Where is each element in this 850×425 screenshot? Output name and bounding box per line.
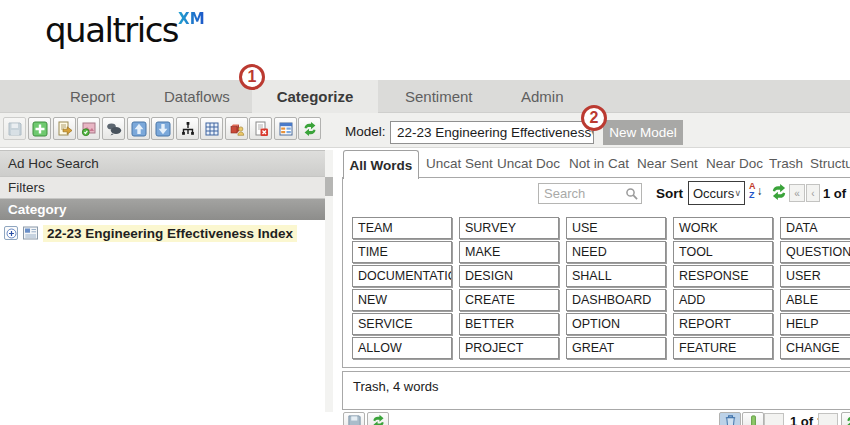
tab-not-in-cat[interactable]: Not in Cat xyxy=(569,156,629,171)
model-select-value: 22-23 Engineering Effectiveness xyxy=(397,125,591,140)
move-up-icon[interactable] xyxy=(127,117,150,140)
pagination-status: 1 of 56 xyxy=(823,186,850,201)
nav-tab-dataflows[interactable]: Dataflows xyxy=(164,80,230,113)
toolbar-strip: Model: 22-23 Engineering Effectiveness ▾… xyxy=(0,113,850,148)
tab-trash[interactable]: Trash xyxy=(769,156,803,171)
word-button[interactable]: ABLE xyxy=(780,289,850,311)
word-button[interactable]: OPTION xyxy=(566,313,666,335)
word-button[interactable]: RESPONSE xyxy=(673,265,773,287)
word-button[interactable]: TEAM xyxy=(352,217,452,239)
export-document-icon[interactable] xyxy=(53,117,76,140)
app-window: qualtricsXM Report Dataflows Categorize … xyxy=(0,0,850,425)
word-button[interactable]: ADD xyxy=(673,289,773,311)
word-button[interactable]: HELP xyxy=(780,313,850,335)
word-button[interactable]: TIME xyxy=(352,241,452,263)
grid-icon[interactable] xyxy=(200,117,223,140)
package-user-icon[interactable] xyxy=(225,117,248,140)
expand-plus-icon[interactable] xyxy=(4,226,18,240)
hierarchy-icon[interactable] xyxy=(176,117,199,140)
word-button[interactable]: BETTER xyxy=(459,313,559,335)
word-button[interactable]: WORK xyxy=(673,217,773,239)
trash-status-panel: Trash, 4 words xyxy=(342,371,850,410)
category-tree-item[interactable]: 22-23 Engineering Effectiveness Index xyxy=(4,223,297,243)
new-model-button[interactable]: New Model xyxy=(603,120,683,145)
word-button[interactable]: FEATURE xyxy=(673,337,773,359)
word-button[interactable]: REPORT xyxy=(673,313,773,335)
search-icon[interactable] xyxy=(625,187,639,201)
word-button[interactable]: DESIGN xyxy=(459,265,559,287)
sort-select-value: Occurs xyxy=(693,186,734,201)
annotation-step-2: 2 xyxy=(581,105,607,131)
sidebar-scrollbar[interactable] xyxy=(325,150,333,412)
sort-label: Sort xyxy=(656,186,683,201)
sidebar-section-category[interactable]: Category xyxy=(0,199,325,220)
search-box xyxy=(538,183,642,204)
word-button[interactable]: DOCUMENTATION xyxy=(352,265,452,287)
pagination-first-button[interactable]: « xyxy=(789,184,805,202)
pagination-prev-button[interactable] xyxy=(764,413,784,425)
word-button[interactable]: SERVICE xyxy=(352,313,452,335)
annotation-step-1: 1 xyxy=(239,64,265,90)
tab-all-words[interactable]: All Words xyxy=(343,150,419,179)
word-grid: TEAM SURVEY USE WORK DATA TIME MAKE NEED… xyxy=(352,217,850,359)
sidebar-scrollbar-thumb[interactable] xyxy=(325,177,333,196)
tab-uncat-doc[interactable]: Uncat Doc xyxy=(497,156,560,171)
word-button[interactable]: ALLOW xyxy=(352,337,452,359)
tab-near-doc[interactable]: Near Doc xyxy=(706,156,763,171)
chevron-down-icon: ∨ xyxy=(734,188,741,198)
word-button[interactable]: SHALL xyxy=(566,265,666,287)
word-button[interactable]: DASHBOARD xyxy=(566,289,666,311)
trash-icon[interactable] xyxy=(719,412,741,425)
model-select[interactable]: 22-23 Engineering Effectiveness ▾ xyxy=(390,121,594,144)
word-button[interactable]: QUESTION xyxy=(780,241,850,263)
add-word-icon[interactable] xyxy=(742,412,764,425)
category-tree-item-label[interactable]: 22-23 Engineering Effectiveness Index xyxy=(43,225,297,242)
nav-tab-admin[interactable]: Admin xyxy=(521,80,564,113)
model-label: Model: xyxy=(345,124,386,139)
refresh-icon[interactable] xyxy=(841,412,850,425)
logo-brand-text: qualtrics xyxy=(45,10,178,50)
sidebar-section-filters[interactable]: Filters xyxy=(0,176,325,199)
word-button[interactable]: NEED xyxy=(566,241,666,263)
word-button[interactable]: USE xyxy=(566,217,666,239)
nav-tab-categorize[interactable]: Categorize xyxy=(252,80,378,113)
sidebar-section-adhoc-search[interactable]: Ad Hoc Search xyxy=(0,150,325,176)
category-node-icon xyxy=(22,225,39,241)
word-button[interactable]: PROJECT xyxy=(459,337,559,359)
image-approve-icon[interactable] xyxy=(77,117,100,140)
move-down-icon[interactable] xyxy=(151,117,174,140)
sort-select[interactable]: Occurs ∨ xyxy=(688,181,745,205)
word-button[interactable]: CHANGE xyxy=(780,337,850,359)
word-button[interactable]: SURVEY xyxy=(459,217,559,239)
report-table-icon[interactable] xyxy=(274,117,297,140)
word-button[interactable]: GREAT xyxy=(566,337,666,359)
word-button[interactable]: NEW xyxy=(352,289,452,311)
refresh-icon[interactable] xyxy=(367,412,389,425)
nav-tab-sentiment[interactable]: Sentiment xyxy=(405,80,473,113)
save-icon[interactable] xyxy=(3,117,26,140)
refresh-icon[interactable] xyxy=(298,117,321,140)
word-button[interactable]: USER xyxy=(780,265,850,287)
word-button[interactable]: TOOL xyxy=(673,241,773,263)
pagination-prev-button[interactable]: ‹ xyxy=(806,184,820,202)
sort-az-icon[interactable]: AZ ↓ xyxy=(749,182,769,202)
top-nav-bar: Report Dataflows Categorize Sentiment Ad… xyxy=(0,80,850,113)
tab-structure[interactable]: Structure xyxy=(810,156,850,171)
tab-near-sent[interactable]: Near Sent xyxy=(637,156,698,171)
word-button[interactable]: CREATE xyxy=(459,289,559,311)
nav-tab-report[interactable]: Report xyxy=(70,80,115,113)
comments-icon[interactable] xyxy=(102,117,125,140)
save-icon[interactable] xyxy=(343,412,365,425)
trash-status-text: Trash, 4 words xyxy=(353,379,439,394)
word-button[interactable]: MAKE xyxy=(459,241,559,263)
logo-xm-superscript: XM xyxy=(178,10,205,28)
add-icon[interactable] xyxy=(28,117,51,140)
pagination-next-button[interactable] xyxy=(818,413,838,425)
tab-uncat-sent[interactable]: Uncat Sent xyxy=(426,156,493,171)
delete-document-icon[interactable] xyxy=(249,117,272,140)
word-button[interactable]: DATA xyxy=(780,217,850,239)
search-input[interactable] xyxy=(539,186,625,201)
qualtrics-logo: qualtricsXM xyxy=(45,10,205,50)
refresh-words-icon[interactable] xyxy=(770,183,788,201)
